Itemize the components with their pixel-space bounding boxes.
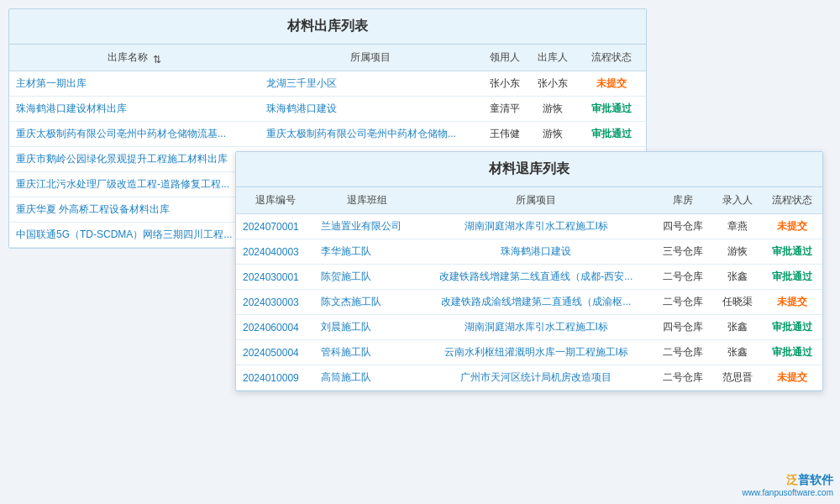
outbound-cell-dispatcher: 游恢 <box>528 122 576 147</box>
return-cell-team: 高筒施工队 <box>314 365 420 391</box>
return-cell-project: 改建铁路成渝线增建第二直通线（成渝枢... <box>420 290 653 315</box>
return-cell-project: 湖南洞庭湖水库引水工程施工I标 <box>420 214 653 239</box>
outbound-cell-name[interactable]: 重庆太极制药有限公司亳州中药材仓储物流基... <box>9 122 260 147</box>
return-row: 2024030001 陈贺施工队 改建铁路线增建第二线直通线（成都-西安... … <box>236 265 822 290</box>
filter-icon[interactable]: ⇅ <box>153 54 161 62</box>
return-cell-id[interactable]: 2024030003 <box>236 290 314 315</box>
return-row: 2024050004 管科施工队 云南水利枢纽灌溉明水库一期工程施工I标 二号仓… <box>236 340 822 365</box>
return-cell-id[interactable]: 2024050004 <box>236 340 314 365</box>
outbound-col-name: 出库名称 ⇅ <box>9 45 260 71</box>
return-row: 2024010009 高筒施工队 广州市天河区统计局机房改造项目 二号仓库 范思… <box>236 365 822 391</box>
return-cell-warehouse: 四号仓库 <box>653 315 713 340</box>
return-cell-team: 兰迪置业有限公司 <box>314 214 420 239</box>
return-cell-status: 未提交 <box>762 214 822 239</box>
return-cell-status: 审批通过 <box>762 340 822 365</box>
return-col-warehouse: 库房 <box>653 187 713 214</box>
return-cell-team: 刘晨施工队 <box>314 315 420 340</box>
return-cell-recorder: 张鑫 <box>713 340 762 365</box>
outbound-row: 主材第一期出库 龙湖三千里小区 张小东 张小东 未提交 <box>9 71 646 97</box>
return-cell-team: 陈贺施工队 <box>314 265 420 290</box>
return-cell-warehouse: 三号仓库 <box>653 239 713 265</box>
return-cell-recorder: 张鑫 <box>713 315 762 340</box>
return-cell-team: 李华施工队 <box>314 239 420 265</box>
outbound-col-status: 流程状态 <box>576 45 646 71</box>
return-header-row: 退库编号 退库班组 所属项目 库房 录入人 流程状态 <box>236 187 822 214</box>
outbound-col-dispatcher: 出库人 <box>528 45 576 71</box>
outbound-title: 材料出库列表 <box>9 9 646 45</box>
outbound-col-project: 所属项目 <box>260 45 481 71</box>
return-cell-recorder: 游恢 <box>713 239 762 265</box>
outbound-cell-status: 审批通过 <box>576 122 646 147</box>
return-cell-warehouse: 二号仓库 <box>653 340 713 365</box>
return-tbody: 2024070001 兰迪置业有限公司 湖南洞庭湖水库引水工程施工I标 四号仓库… <box>236 214 822 391</box>
return-cell-project: 广州市天河区统计局机房改造项目 <box>420 365 653 391</box>
return-cell-project: 湖南洞庭湖水库引水工程施工I标 <box>420 315 653 340</box>
return-cell-id[interactable]: 2024070001 <box>236 214 314 239</box>
return-cell-team: 陈文杰施工队 <box>314 290 420 315</box>
outbound-row: 珠海鹤港口建设材料出库 珠海鹤港口建设 童清平 游恢 审批通过 <box>9 97 646 122</box>
outbound-cell-status: 审批通过 <box>576 97 646 122</box>
return-col-status: 流程状态 <box>762 187 822 214</box>
return-cell-recorder: 章燕 <box>713 214 762 239</box>
outbound-thead: 出库名称 ⇅ 所属项目 领用人 出库人 流程状态 <box>9 45 646 71</box>
main-container: 材料出库列表 出库名称 ⇅ 所属项目 领用人 出库人 流程状态 主材第一期出库 … <box>0 0 840 504</box>
return-cell-id[interactable]: 2024060004 <box>236 315 314 340</box>
return-cell-warehouse: 二号仓库 <box>653 290 713 315</box>
outbound-cell-dispatcher: 张小东 <box>528 71 576 97</box>
return-cell-status: 审批通过 <box>762 315 822 340</box>
outbound-cell-name[interactable]: 重庆华夏 外高桥工程设备材料出库 <box>9 197 260 223</box>
outbound-cell-receiver: 张小东 <box>481 71 529 97</box>
outbound-cell-name[interactable]: 中国联通5G（TD-SCDMA）网络三期四川工程... <box>9 223 260 248</box>
return-cell-id[interactable]: 2024040003 <box>236 239 314 265</box>
outbound-cell-dispatcher: 游恢 <box>528 97 576 122</box>
return-col-id: 退库编号 <box>236 187 314 214</box>
outbound-cell-receiver: 童清平 <box>481 97 529 122</box>
return-cell-warehouse: 四号仓库 <box>653 214 713 239</box>
return-table: 退库编号 退库班组 所属项目 库房 录入人 流程状态 2024070001 兰迪… <box>236 187 822 391</box>
return-cell-project: 珠海鹤港口建设 <box>420 239 653 265</box>
outbound-header-row: 出库名称 ⇅ 所属项目 领用人 出库人 流程状态 <box>9 45 646 71</box>
logo-main-text: 泛普软件 <box>786 473 833 488</box>
outbound-cell-receiver: 王伟健 <box>481 122 529 147</box>
return-cell-warehouse: 二号仓库 <box>653 365 713 391</box>
return-thead: 退库编号 退库班组 所属项目 库房 录入人 流程状态 <box>236 187 822 214</box>
return-table-container: 材料退库列表 退库编号 退库班组 所属项目 库房 录入人 流程状态 202407… <box>235 151 823 391</box>
return-row: 2024040003 李华施工队 珠海鹤港口建设 三号仓库 游恢 审批通过 <box>236 239 822 265</box>
outbound-cell-name[interactable]: 重庆江北污水处理厂级改造工程-道路修复工程... <box>9 172 260 197</box>
logo-sub-text: www.fanpusoftware.com <box>743 488 833 497</box>
outbound-cell-name[interactable]: 主材第一期出库 <box>9 71 260 97</box>
return-cell-id[interactable]: 2024010009 <box>236 365 314 391</box>
return-row: 2024030003 陈文杰施工队 改建铁路成渝线增建第二直通线（成渝枢... … <box>236 290 822 315</box>
outbound-cell-project: 龙湖三千里小区 <box>260 71 481 97</box>
outbound-row: 重庆太极制药有限公司亳州中药材仓储物流基... 重庆太极制药有限公司亳州中药材仓… <box>9 122 646 147</box>
return-col-team: 退库班组 <box>314 187 420 214</box>
return-col-project: 所属项目 <box>420 187 653 214</box>
return-cell-team: 管科施工队 <box>314 340 420 365</box>
outbound-cell-name[interactable]: 珠海鹤港口建设材料出库 <box>9 97 260 122</box>
outbound-cell-status: 未提交 <box>576 71 646 97</box>
logo-watermark: 泛普软件 www.fanpusoftware.com <box>743 473 833 497</box>
return-cell-recorder: 张鑫 <box>713 265 762 290</box>
outbound-cell-project: 珠海鹤港口建设 <box>260 97 481 122</box>
return-cell-warehouse: 二号仓库 <box>653 265 713 290</box>
return-col-recorder: 录入人 <box>713 187 762 214</box>
return-cell-status: 未提交 <box>762 365 822 391</box>
return-cell-project: 改建铁路线增建第二线直通线（成都-西安... <box>420 265 653 290</box>
return-cell-recorder: 任晓渠 <box>713 290 762 315</box>
return-cell-status: 未提交 <box>762 290 822 315</box>
return-title: 材料退库列表 <box>236 152 822 187</box>
outbound-cell-name[interactable]: 重庆市鹅岭公园绿化景观提升工程施工材料出库 <box>9 147 260 172</box>
return-cell-project: 云南水利枢纽灌溉明水库一期工程施工I标 <box>420 340 653 365</box>
outbound-col-receiver: 领用人 <box>481 45 529 71</box>
return-cell-status: 审批通过 <box>762 265 822 290</box>
outbound-cell-project: 重庆太极制药有限公司亳州中药材仓储物... <box>260 122 481 147</box>
return-cell-recorder: 范思晋 <box>713 365 762 391</box>
return-cell-status: 审批通过 <box>762 239 822 265</box>
return-row: 2024070001 兰迪置业有限公司 湖南洞庭湖水库引水工程施工I标 四号仓库… <box>236 214 822 239</box>
return-row: 2024060004 刘晨施工队 湖南洞庭湖水库引水工程施工I标 四号仓库 张鑫… <box>236 315 822 340</box>
return-cell-id[interactable]: 2024030001 <box>236 265 314 290</box>
